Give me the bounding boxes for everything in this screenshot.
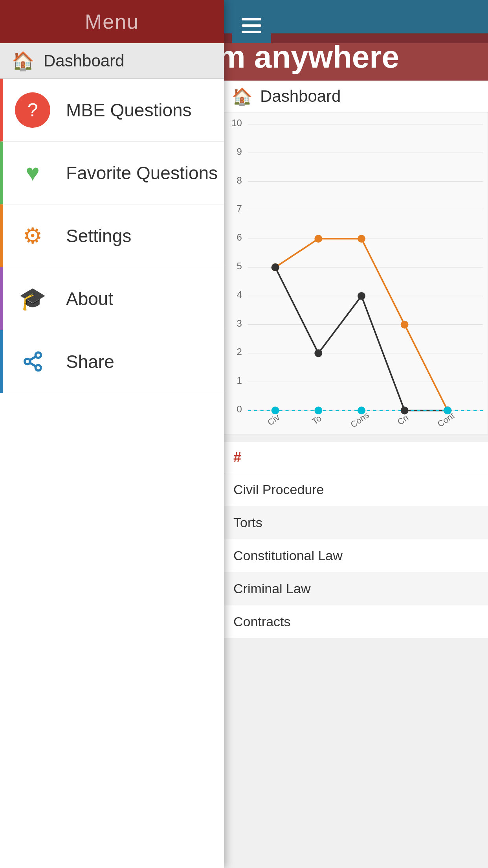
svg-point-26 — [358, 235, 365, 243]
table-row-civil-procedure[interactable]: Civil Procedure — [224, 473, 488, 506]
svg-text:5: 5 — [237, 261, 242, 271]
svg-point-29 — [272, 263, 279, 271]
svg-text:0: 0 — [237, 404, 242, 414]
svg-text:1: 1 — [237, 375, 242, 386]
svg-point-25 — [314, 235, 322, 243]
menu-top-bar: Menu — [0, 0, 224, 43]
dashboard-home-icon: 🏠 — [12, 50, 34, 72]
svg-point-30 — [314, 349, 322, 357]
graduation-icon: 🎓 — [15, 281, 50, 316]
svg-point-31 — [358, 292, 365, 300]
menu-title: Menu — [85, 10, 139, 33]
question-icon: ? — [15, 92, 50, 128]
dashboard-label: Dashboard — [260, 87, 341, 106]
svg-text:3: 3 — [237, 318, 242, 329]
settings-label: Settings — [66, 225, 131, 246]
svg-text:10: 10 — [231, 118, 242, 128]
gear-icon: ⚙ — [15, 218, 50, 254]
share-label: Share — [66, 351, 114, 372]
table-header: # — [224, 442, 488, 473]
menu-item-settings[interactable]: ⚙ Settings — [0, 204, 224, 267]
svg-line-46 — [29, 363, 36, 366]
table-row-constitutional-law[interactable]: Constitutional Law — [224, 539, 488, 572]
chart-area: 0 1 2 3 4 5 6 7 8 9 10 — [224, 112, 488, 434]
menu-dashboard-label: Dashboard — [44, 51, 124, 70]
menu-item-mbe-questions[interactable]: ? MBE Questions — [0, 79, 224, 142]
mbe-questions-label: MBE Questions — [66, 99, 192, 121]
svg-text:4: 4 — [237, 289, 242, 300]
svg-line-47 — [29, 357, 36, 360]
hamburger-button[interactable] — [232, 8, 271, 43]
table-row-criminal-law[interactable]: Criminal Law — [224, 572, 488, 605]
share-icon — [15, 344, 50, 379]
svg-text:9: 9 — [237, 146, 242, 157]
svg-point-27 — [401, 321, 409, 329]
svg-text:7: 7 — [237, 203, 242, 214]
dashboard-breadcrumb: 🏠 Dashboard — [224, 81, 488, 112]
menu-dashboard-row[interactable]: 🏠 Dashboard — [0, 43, 224, 79]
menu-overlay: Menu 🏠 Dashboard ? MBE Questions ♥ Favor… — [0, 0, 224, 868]
table-row-contracts[interactable]: Contracts — [224, 605, 488, 638]
table-area: # Civil Procedure Torts Constitutional L… — [224, 442, 488, 638]
heart-icon: ♥ — [15, 155, 50, 191]
hamburger-icon — [242, 18, 261, 33]
menu-item-share[interactable]: Share — [0, 330, 224, 393]
svg-text:8: 8 — [237, 175, 242, 186]
svg-point-35 — [314, 406, 322, 414]
svg-rect-0 — [224, 112, 488, 434]
favorite-questions-label: Favorite Questions — [66, 162, 218, 184]
table-row-torts[interactable]: Torts — [224, 506, 488, 539]
about-label: About — [66, 288, 113, 309]
svg-text:6: 6 — [237, 232, 242, 243]
menu-item-about[interactable]: 🎓 About — [0, 267, 224, 330]
menu-item-favorite-questions[interactable]: ♥ Favorite Questions — [0, 142, 224, 204]
svg-text:2: 2 — [237, 346, 242, 357]
home-icon: 🏠 — [232, 87, 252, 106]
chart-svg: 0 1 2 3 4 5 6 7 8 9 10 — [224, 112, 488, 434]
